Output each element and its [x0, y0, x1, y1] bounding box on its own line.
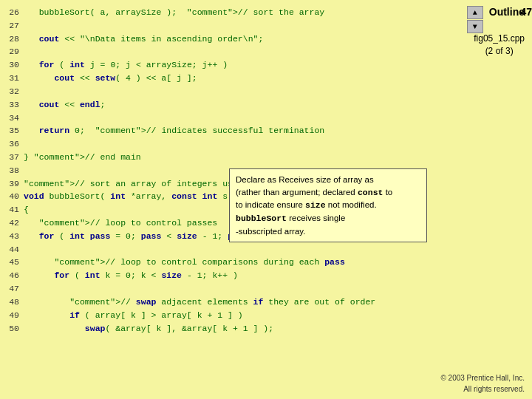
line-number: 28	[0, 33, 24, 46]
footer: © 2003 Prentice Hall, Inc. All rights re…	[440, 372, 525, 395]
line-content: "comment">// swap adjacent elements if t…	[24, 296, 375, 309]
code-area: 26 bubbleSort( a, arraySize ); "comment"…	[0, 0, 532, 335]
line-content: if ( array[ k ] > array[ k + 1 ] )	[24, 309, 243, 322]
line-number: 42	[0, 216, 24, 230]
code-line: 28 cout << "\nData items in ascending or…	[0, 33, 532, 46]
line-number: 36	[0, 137, 24, 151]
line-number: 40	[0, 190, 24, 203]
line-content: "comment">// loop to control comparisons…	[24, 256, 345, 269]
line-number: 30	[0, 58, 24, 72]
line-content: swap( &array[ k ], &array[ k + 1 ] );	[24, 322, 273, 335]
code-line: 30 for ( int j = 0; j < arraySize; j++ )	[0, 58, 532, 72]
code-line: 44	[0, 243, 532, 256]
code-line: 29	[0, 45, 532, 58]
tooltip-box: Declare as Receives size of array as (ra…	[229, 168, 427, 242]
code-line: 34	[0, 112, 532, 125]
line-number: 46	[0, 269, 24, 282]
line-number: 47	[0, 282, 24, 296]
code-line: 33 cout << endl;	[0, 98, 532, 112]
line-number: 32	[0, 85, 24, 98]
line-number: 48	[0, 296, 24, 309]
line-number: 39	[0, 177, 24, 191]
tooltip-line3: to indicate ensure size not modified.	[236, 200, 377, 209]
code-line: 46 for ( int k = 0; k < size - 1; k++ )	[0, 269, 532, 282]
line-number: 37	[0, 151, 24, 164]
line-number: 34	[0, 112, 24, 125]
line-number: 49	[0, 309, 24, 322]
code-line: 49 if ( array[ k ] > array[ k + 1 ] )	[0, 309, 532, 322]
line-content: bubbleSort( a, arraySize ); "comment">//…	[24, 6, 324, 19]
line-number: 44	[0, 243, 24, 256]
tooltip-line4-rest: receives single	[287, 214, 345, 222]
code-line: 47	[0, 282, 532, 296]
line-content: for ( int k = 0; k < size - 1; k++ )	[24, 269, 238, 282]
tooltip-line1-start: Declare as	[236, 175, 276, 184]
code-line: 35 return 0; "comment">// indicates succ…	[0, 124, 532, 137]
footer-line1: © 2003 Prentice Hall, Inc.	[440, 372, 525, 383]
line-content: for ( int j = 0; j < arraySize; j++ )	[24, 58, 228, 72]
code-line: 31 cout << setw( 4 ) << a[ j ];	[0, 72, 532, 85]
code-line: 48 "comment">// swap adjacent elements i…	[0, 296, 532, 309]
tooltip-line4-code: bubbleSort	[236, 214, 287, 223]
code-line: 36	[0, 137, 532, 151]
line-content: } "comment">// end main	[24, 151, 141, 164]
code-line: 27	[0, 19, 532, 33]
tooltip-line5: -subscripted array.	[236, 227, 305, 236]
line-content: "comment">// loop to control passes	[24, 216, 217, 230]
code-line: 37} "comment">// end main	[0, 151, 532, 164]
line-number: 45	[0, 256, 24, 269]
line-content: cout << setw( 4 ) << a[ j ];	[24, 72, 197, 85]
line-number: 43	[0, 230, 24, 243]
line-number: 26	[0, 6, 24, 19]
tooltip-line2: (rather than argument; declared const to	[236, 188, 392, 197]
line-content: cout << endl;	[24, 98, 105, 112]
line-number: 31	[0, 72, 24, 85]
line-number: 29	[0, 45, 24, 58]
line-number: 27	[0, 19, 24, 33]
line-content: {	[24, 203, 29, 216]
code-line: 32	[0, 85, 532, 98]
line-content: cout << "\nData items in ascending order…	[24, 33, 263, 46]
line-content: void bubbleSort( int *array, const int s	[24, 190, 228, 203]
tooltip-line1-rest: Receives size of array as	[276, 175, 374, 184]
code-line: 26 bubbleSort( a, arraySize ); "comment"…	[0, 6, 532, 19]
code-line: 45 "comment">// loop to control comparis…	[0, 256, 532, 269]
main-container: 47 ▲ ▼ Outline fig05_15.cpp (2 of 3) 26 …	[0, 0, 532, 399]
line-number: 41	[0, 203, 24, 216]
line-number: 50	[0, 322, 24, 335]
line-number: 35	[0, 124, 24, 137]
line-content: return 0; "comment">// indicates success…	[24, 124, 324, 137]
footer-line2: All rights reserved.	[440, 383, 525, 395]
line-number: 38	[0, 164, 24, 177]
code-line: 50 swap( &array[ k ], &array[ k + 1 ] );	[0, 322, 532, 335]
line-number: 33	[0, 98, 24, 112]
